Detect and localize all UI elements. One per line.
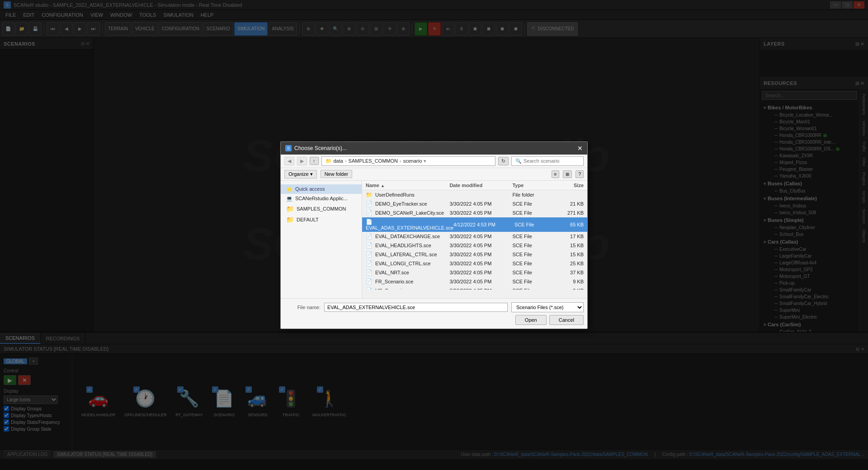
- modal-nav-default[interactable]: 📁 DEFAULT: [281, 214, 362, 225]
- file-name-eval-headlights: 📄EVAL_HEADLIGHTS.sce: [366, 242, 449, 249]
- file-row-eval-nrt[interactable]: 📄EVAL_NRT.sce 3/30/2022 4:05 PM SCE File…: [362, 268, 587, 277]
- file-row-eval-headlights[interactable]: 📄EVAL_HEADLIGHTS.sce 3/30/2022 4:05 PM S…: [362, 241, 587, 250]
- organize-arrow: ▾: [310, 171, 313, 177]
- file-row-demo-eyetracker[interactable]: 📄DEMO_EyeTracker.sce 3/30/2022 4:05 PM S…: [362, 199, 587, 208]
- open-button[interactable]: Open: [515, 315, 547, 325]
- file-date-demo-eye: 3/30/2022 4:05 PM: [449, 201, 512, 207]
- col-header-type[interactable]: Type: [512, 183, 554, 188]
- file-name-userdefined: 📁UserDefinedRuns: [366, 192, 449, 198]
- modal-nav-quick-access[interactable]: ⭐ Quick access: [281, 184, 362, 194]
- modal-file-list: Name ▲ Date modified Type Size 📁UserDefi…: [362, 181, 587, 298]
- view-help-button[interactable]: ?: [576, 170, 584, 178]
- modal-overlay: S Choose Scenario(s)... ✕ ◀ ▶ ↑ 📁 data ›…: [0, 0, 868, 470]
- file-type-eval-longi: SCE File: [512, 261, 554, 266]
- sce-icon4: 📄: [366, 233, 373, 240]
- file-size-eval-longi: 25 KB: [554, 261, 584, 266]
- modal-back-button[interactable]: ◀: [284, 157, 294, 165]
- modal-nav-scaner[interactable]: 💻 SCANeRstudio Applic...: [281, 194, 362, 203]
- scaner-icon: 💻: [286, 196, 292, 202]
- file-date-eval-lateral: 3/30/2022 4:05 PM: [449, 252, 512, 257]
- file-row-eval-lateral[interactable]: 📄EVAL_LATERAL_CTRL.sce 3/30/2022 4:05 PM…: [362, 250, 587, 259]
- modal-search-input[interactable]: [524, 158, 569, 164]
- file-name-eval-adas: 📄EVAL_ADAS_EXTERNALVEHICLE.sce: [366, 219, 453, 230]
- file-name-eval-longi: 📄EVAL_LONGI_CTRL.sce: [366, 260, 449, 267]
- file-date-eval-longi: 3/30/2022 4:05 PM: [449, 261, 512, 266]
- file-row-demo-lake[interactable]: 📄DEMO_SCANeR_LakeCity.sce 3/30/2022 4:05…: [362, 208, 587, 217]
- filename-row: File name: Scenario Files (*.sce): [284, 302, 584, 312]
- cancel-button[interactable]: Cancel: [549, 315, 584, 325]
- samples-folder-icon: 📁: [286, 205, 294, 212]
- file-type-demo-eye: SCE File: [512, 201, 554, 207]
- file-row-userdefined[interactable]: 📁UserDefinedRuns File folder: [362, 190, 587, 199]
- file-name-eval-lateral: 📄EVAL_LATERAL_CTRL.sce: [366, 251, 449, 258]
- file-type-us-scenario: SCE File: [512, 288, 554, 290]
- new-folder-button[interactable]: New folder: [321, 170, 353, 178]
- modal-titlebar: S Choose Scenario(s)... ✕: [281, 142, 587, 155]
- modal-title-area: S Choose Scenario(s)...: [285, 145, 347, 151]
- modal-dialog: S Choose Scenario(s)... ✕ ◀ ▶ ↑ 📁 data ›…: [280, 141, 588, 329]
- col-header-name[interactable]: Name ▲: [366, 183, 449, 188]
- view-grid-button[interactable]: ⊞: [563, 170, 572, 178]
- folder-icon: 📁: [366, 192, 373, 198]
- file-row-eval-longi[interactable]: 📄EVAL_LONGI_CTRL.sce 3/30/2022 4:05 PM S…: [362, 259, 587, 268]
- file-type-eval-adas: SCE File: [514, 222, 555, 227]
- organize-label: Organize: [288, 171, 309, 177]
- file-size-eval-data: 17 KB: [554, 234, 584, 239]
- default-label: DEFAULT: [297, 217, 319, 222]
- sce-icon: 📄: [366, 201, 373, 207]
- file-date-eval-headlights: 3/30/2022 4:05 PM: [449, 243, 512, 248]
- file-size-demo-lake: 271 KB: [554, 210, 584, 216]
- modal-forward-button[interactable]: ▶: [297, 157, 307, 165]
- file-name-us-scenario: 📄US_Scenario.sce: [366, 287, 449, 290]
- file-size-us-scenario: 9 KB: [554, 288, 584, 290]
- file-row-us-scenario[interactable]: 📄US_Scenario.sce 3/30/2022 4:05 PM SCE F…: [362, 286, 587, 290]
- modal-close-button[interactable]: ✕: [577, 145, 583, 152]
- sce-icon8: 📄: [366, 269, 373, 276]
- path-bar: 📁 data › SAMPLES_COMMON › scenario ▾: [321, 156, 496, 166]
- quick-access-label: Quick access: [295, 186, 325, 192]
- file-size-eval-headlights: 15 KB: [554, 243, 584, 248]
- modal-title: Choose Scenario(s)...: [294, 145, 347, 151]
- modal-up-button[interactable]: ↑: [310, 157, 319, 165]
- file-size-eval-nrt: 37 KB: [554, 270, 584, 275]
- path-part-scenario[interactable]: scenario: [403, 158, 422, 164]
- file-type-userdefined: File folder: [512, 192, 554, 197]
- file-list-scroll: 📁UserDefinedRuns File folder 📄DEMO_EyeTr…: [362, 190, 587, 290]
- modal-footer: File name: Scenario Files (*.sce) Open C…: [281, 298, 587, 329]
- col-header-date[interactable]: Date modified: [449, 183, 512, 188]
- modal-icon: S: [285, 145, 292, 151]
- file-row-fr-scenario[interactable]: 📄FR_Scenario.sce 3/30/2022 4:05 PM SCE F…: [362, 277, 587, 286]
- file-row-eval-data[interactable]: 📄EVAL_DATAEXCHANGE.sce 3/30/2022 4:05 PM…: [362, 232, 587, 241]
- quick-access-icon: ⭐: [286, 186, 292, 192]
- view-list-button[interactable]: ≡: [552, 170, 560, 178]
- filetype-select[interactable]: Scenario Files (*.sce): [511, 302, 584, 312]
- modal-refresh-button[interactable]: ↻: [498, 157, 509, 165]
- file-name-demo-eye: 📄DEMO_EyeTracker.sce: [366, 201, 449, 207]
- file-date-eval-adas: 4/12/2022 4:53 PM: [453, 222, 514, 227]
- modal-nav-samples[interactable]: 📁 SAMPLES_COMMON: [281, 203, 362, 214]
- scaner-label: SCANeRstudio Applic...: [295, 196, 348, 201]
- file-name-eval-data: 📄EVAL_DATAEXCHANGE.sce: [366, 233, 449, 240]
- path-part-data[interactable]: data: [334, 158, 343, 164]
- filename-input[interactable]: [324, 303, 508, 312]
- sce-icon6: 📄: [366, 251, 373, 258]
- sce-icon9: 📄: [366, 278, 373, 285]
- file-type-fr-scenario: SCE File: [512, 279, 554, 284]
- search-icon: 🔍: [515, 158, 522, 164]
- col-header-size[interactable]: Size: [554, 183, 584, 188]
- path-part-samples[interactable]: SAMPLES_COMMON: [349, 158, 398, 164]
- file-type-eval-headlights: SCE File: [512, 243, 554, 248]
- file-row-eval-adas[interactable]: 📄EVAL_ADAS_EXTERNALVEHICLE.sce 4/12/2022…: [362, 217, 587, 232]
- modal-sub-toolbar: Organize ▾ New folder ≡ ⊞ ?: [281, 168, 587, 181]
- sce-icon7: 📄: [366, 260, 373, 267]
- file-type-demo-lake: SCE File: [512, 210, 554, 216]
- file-date-us-scenario: 3/30/2022 4:05 PM: [449, 288, 512, 290]
- samples-label: SAMPLES_COMMON: [297, 206, 346, 212]
- file-date-demo-lake: 3/30/2022 4:05 PM: [449, 210, 512, 216]
- sce-icon5: 📄: [366, 242, 373, 249]
- file-size-eval-lateral: 15 KB: [554, 252, 584, 257]
- file-name-fr-scenario: 📄FR_Scenario.sce: [366, 278, 449, 285]
- modal-toolbar: ◀ ▶ ↑ 📁 data › SAMPLES_COMMON › scenario…: [281, 155, 587, 168]
- filename-label: File name:: [284, 305, 321, 310]
- organize-button[interactable]: Organize ▾: [284, 170, 317, 179]
